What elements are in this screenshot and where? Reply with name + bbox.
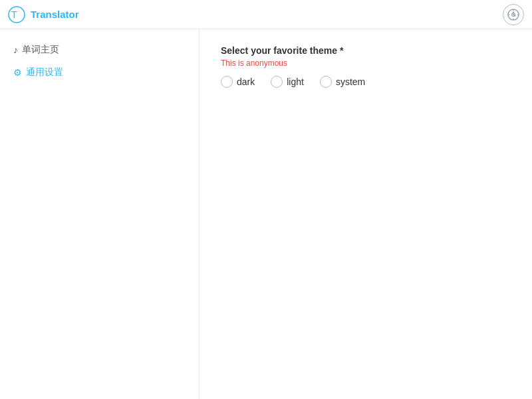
theme-light-label: light xyxy=(287,76,304,87)
music-icon: ♪ xyxy=(13,45,18,55)
app-header: T Translator xyxy=(0,0,532,29)
sidebar-item-general-settings[interactable]: ⚙ 通用设置 xyxy=(8,63,191,82)
settings-button[interactable] xyxy=(503,4,524,25)
sidebar-item-vocabulary-label: 单词主页 xyxy=(22,44,59,56)
svg-text:T: T xyxy=(11,9,17,20)
radio-dark-circle xyxy=(221,76,233,88)
theme-system-label: system xyxy=(336,76,365,87)
main-content: Select your favorite theme * This is ano… xyxy=(200,29,532,399)
radio-light-circle xyxy=(271,76,283,88)
theme-form-group: Select your favorite theme * This is ano… xyxy=(221,45,511,88)
app-title: Translator xyxy=(31,9,79,20)
header-left: T Translator xyxy=(8,6,79,23)
header-right xyxy=(503,4,524,25)
sidebar: ♪ 单词主页 ⚙ 通用设置 xyxy=(0,29,200,399)
radio-system-circle xyxy=(320,76,332,88)
main-layout: ♪ 单词主页 ⚙ 通用设置 Select your favorite theme… xyxy=(0,29,532,399)
theme-radio-group: dark light system xyxy=(221,76,511,88)
theme-option-dark[interactable]: dark xyxy=(221,76,255,88)
theme-dark-label: dark xyxy=(237,76,255,87)
theme-option-light[interactable]: light xyxy=(271,76,304,88)
sidebar-item-vocabulary[interactable]: ♪ 单词主页 xyxy=(8,40,191,60)
gear-icon: ⚙ xyxy=(13,67,22,78)
theme-form-sublabel: This is anonymous xyxy=(221,59,511,68)
app-logo-icon: T xyxy=(8,6,25,23)
theme-form-label: Select your favorite theme * xyxy=(221,45,511,56)
openai-icon xyxy=(507,8,520,21)
sidebar-item-general-settings-label: 通用设置 xyxy=(26,66,63,78)
theme-option-system[interactable]: system xyxy=(320,76,365,88)
